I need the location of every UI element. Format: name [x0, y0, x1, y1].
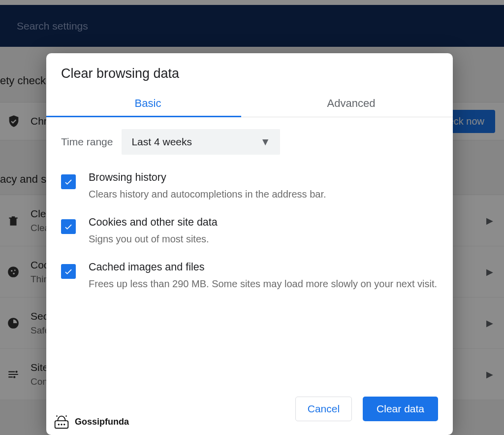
clear-data-button[interactable]: Clear data [363, 397, 438, 421]
time-range-label: Time range [61, 136, 113, 148]
option-title: Cookies and other site data [89, 216, 218, 229]
active-tab-indicator [46, 116, 241, 117]
option-cached: Cached images and files Frees up less th… [61, 261, 438, 291]
option-title: Cached images and files [89, 261, 437, 273]
checkbox-browsing-history[interactable] [61, 174, 76, 189]
option-desc: Clears history and autocompletions in th… [89, 187, 326, 201]
time-range-select[interactable]: Last 4 weeks ▼ [122, 129, 280, 155]
time-range-value: Last 4 weeks [131, 136, 192, 148]
tab-basic[interactable]: Basic [46, 92, 250, 117]
dialog-title: Clear browsing data [46, 53, 453, 92]
checkbox-cookies[interactable] [61, 219, 76, 234]
dialog-tabs: Basic Advanced [46, 92, 453, 117]
svg-point-8 [61, 424, 62, 425]
tab-advanced[interactable]: Advanced [250, 92, 453, 117]
cancel-button[interactable]: Cancel [295, 397, 352, 421]
watermark-text: Gossipfunda [75, 417, 129, 427]
option-desc: Signs you out of most sites. [89, 232, 218, 246]
chevron-down-icon: ▼ [260, 136, 271, 148]
option-desc: Frees up less than 290 MB. Some sites ma… [89, 276, 437, 291]
svg-point-9 [63, 424, 65, 425]
svg-point-10 [56, 415, 58, 417]
watermark: Gossipfunda [52, 412, 129, 431]
clear-browsing-data-dialog: Clear browsing data Basic Advanced Time … [46, 53, 453, 435]
option-browsing-history: Browsing history Clears history and auto… [61, 171, 438, 201]
checkbox-cached[interactable] [61, 264, 76, 279]
option-cookies: Cookies and other site data Signs you ou… [61, 216, 438, 246]
svg-point-11 [65, 415, 67, 417]
option-title: Browsing history [89, 171, 326, 184]
svg-point-7 [58, 424, 60, 425]
robot-icon [52, 412, 71, 431]
